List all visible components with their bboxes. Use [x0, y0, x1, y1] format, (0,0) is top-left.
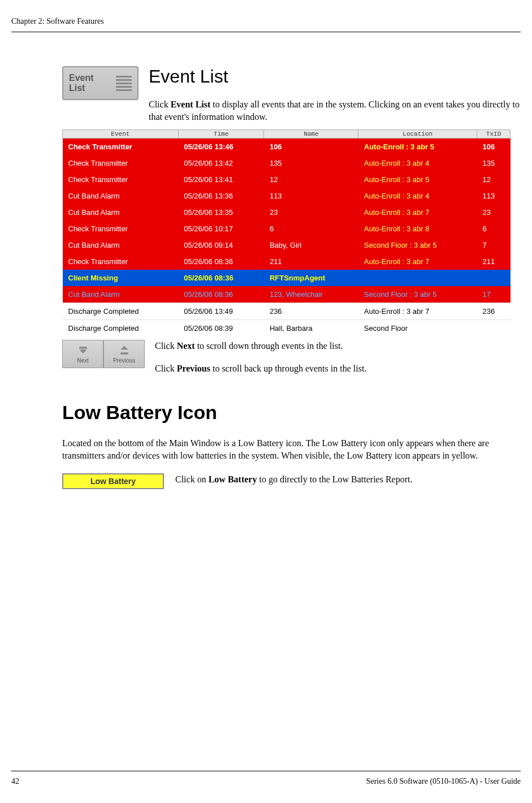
table-cell: Cut Band Alarm [63, 204, 179, 221]
table-cell: Check Transmitter [63, 253, 179, 270]
previous-instruction: Click Previous to scroll back up through… [155, 362, 521, 375]
table-cell: Check Transmitter [63, 221, 179, 237]
table-row[interactable]: Cut Band Alarm05/26/06 09:14Baby, GirlSe… [63, 237, 511, 253]
table-row[interactable]: Cut Band Alarm05/26/06 13:3523Auto-Enrol… [63, 204, 511, 221]
table-cell: 05/26/06 09:14 [178, 237, 264, 253]
column-header[interactable]: Name [264, 130, 358, 139]
page-footer: 42 Series 6.0 Software (0510-1065-A) - U… [11, 771, 521, 786]
table-cell [477, 320, 511, 337]
table-cell: Second Floor : 3 abr 5 [358, 237, 477, 253]
table-cell: Cut Band Alarm [63, 188, 179, 204]
table-cell: Cut Band Alarm [63, 286, 179, 303]
table-cell: 135 [264, 155, 358, 171]
table-cell: Auto-Enroll : 3 abr 4 [358, 155, 477, 171]
table-row[interactable]: Check Transmitter05/26/06 08:36211Auto-E… [63, 253, 511, 270]
column-header[interactable]: Time [178, 130, 264, 139]
table-cell: 17 [477, 286, 511, 303]
table-cell: 05/26/06 08:36 [178, 270, 264, 286]
low-battery-paragraph: Located on the bottom of the Main Window… [62, 437, 511, 461]
table-cell: 23 [264, 204, 358, 221]
table-cell: Client Missing [63, 270, 179, 286]
column-header[interactable]: Event [63, 130, 179, 139]
table-row[interactable]: Client Missing05/26/06 08:36RFTSnmpAgent [63, 270, 511, 286]
section-title: Event List [149, 66, 521, 87]
page-number: 42 [11, 777, 19, 786]
event-list-button-line2: List [69, 83, 85, 93]
table-cell: Check Transmitter [63, 171, 179, 188]
table-row[interactable]: Check Transmitter05/26/06 13:46106Auto-E… [63, 139, 511, 156]
table-cell: 05/26/06 13:42 [178, 155, 264, 171]
table-cell: Auto-Enroll : 3 abr 7 [358, 303, 477, 320]
table-row[interactable]: Cut Band Alarm05/26/06 13:36113Auto-Enro… [63, 188, 511, 204]
table-cell: Discharge Completed [63, 303, 179, 320]
next-instruction: Click Next to scroll down through events… [155, 340, 521, 352]
table-cell: 6 [264, 221, 358, 237]
table-cell: 05/26/06 13:36 [178, 188, 264, 204]
table-cell: 05/26/06 08:36 [178, 286, 264, 303]
table-cell: Discharge Completed [63, 320, 179, 337]
table-cell: 211 [264, 253, 358, 270]
table-cell: 7 [477, 237, 511, 253]
table-cell: Auto-Enroll : 3 abr 7 [358, 204, 477, 221]
table-cell: Baby, Girl [264, 237, 358, 253]
table-cell: 05/26/06 08:39 [178, 320, 264, 337]
table-cell: 05/26/06 10:17 [178, 221, 264, 237]
table-cell: 113 [477, 188, 511, 204]
table-cell: Auto-Enroll : 3 abr 5 [358, 171, 477, 188]
table-cell: Cut Band Alarm [63, 237, 179, 253]
low-battery-heading: Low Battery Icon [62, 402, 521, 424]
table-cell: 05/26/06 08:36 [178, 253, 264, 270]
table-row[interactable]: Check Transmitter05/26/06 10:176Auto-Enr… [63, 221, 511, 237]
table-cell: 236 [477, 303, 511, 320]
table-cell: Check Transmitter [63, 139, 179, 156]
up-arrow-icon [119, 345, 130, 356]
previous-button[interactable]: Previous [103, 340, 145, 368]
doc-title: Series 6.0 Software (0510-1065-A) - User… [366, 777, 521, 786]
list-lines-icon [116, 76, 132, 91]
section-intro: Click Event List to display all events t… [149, 98, 521, 123]
chapter-label: Chapter 2: Software Features [11, 17, 104, 25]
next-button[interactable]: Next [62, 340, 103, 368]
table-cell: 05/26/06 13:41 [178, 171, 264, 188]
table-row[interactable]: Check Transmitter05/26/06 13:4112Auto-En… [63, 171, 511, 188]
column-header[interactable]: TxID [477, 130, 511, 139]
table-cell: 05/26/06 13:46 [178, 139, 264, 156]
table-row[interactable]: Cut Band Alarm05/26/06 08:36123, Wheelch… [63, 286, 511, 303]
table-row[interactable]: Discharge Completed05/26/06 13:49236Auto… [63, 303, 511, 320]
table-cell: RFTSnmpAgent [264, 270, 358, 286]
table-cell: 23 [477, 204, 511, 221]
down-arrow-icon [77, 345, 89, 356]
table-row[interactable]: Check Transmitter05/26/06 13:42135Auto-E… [63, 155, 511, 171]
table-cell: Second Floor [358, 320, 477, 337]
table-cell: Auto-Enroll : 3 abr 5 [358, 139, 477, 156]
table-cell: 12 [264, 171, 358, 188]
table-cell: 12 [477, 171, 511, 188]
table-cell [477, 270, 511, 286]
low-battery-button[interactable]: Low Battery [62, 473, 164, 489]
table-cell: Auto-Enroll : 3 abr 8 [358, 221, 477, 237]
table-row[interactable]: Discharge Completed05/26/06 08:39Hall, B… [63, 320, 511, 337]
table-cell: 05/26/06 13:49 [178, 303, 264, 320]
table-cell: 106 [477, 139, 511, 156]
low-battery-instruction: Click on Low Battery to go directly to t… [175, 473, 412, 486]
table-cell: 123, Wheelchair [264, 286, 358, 303]
page-header: Chapter 2: Software Features [11, 17, 521, 32]
table-cell: Second Floor : 3 abr 5 [358, 286, 477, 303]
table-cell: 106 [264, 139, 358, 156]
table-cell: Check Transmitter [63, 155, 179, 171]
table-cell [358, 270, 477, 286]
column-header[interactable]: Location [358, 130, 477, 139]
table-cell: 135 [477, 155, 511, 171]
table-cell: Auto-Enroll : 3 abr 4 [358, 188, 477, 204]
event-list-button[interactable]: Event List [62, 66, 139, 100]
table-cell: 211 [477, 253, 511, 270]
table-cell: 236 [264, 303, 358, 320]
table-cell: 6 [477, 221, 511, 237]
table-cell: 05/26/06 13:35 [178, 204, 264, 221]
event-table: EventTimeNameLocationTxID Check Transmit… [62, 129, 511, 336]
table-cell: Auto-Enroll : 3 abr 7 [358, 253, 477, 270]
table-cell: Hall, Barbara [264, 320, 358, 337]
event-list-button-line1: Event [69, 73, 94, 83]
table-cell: 113 [264, 188, 358, 204]
